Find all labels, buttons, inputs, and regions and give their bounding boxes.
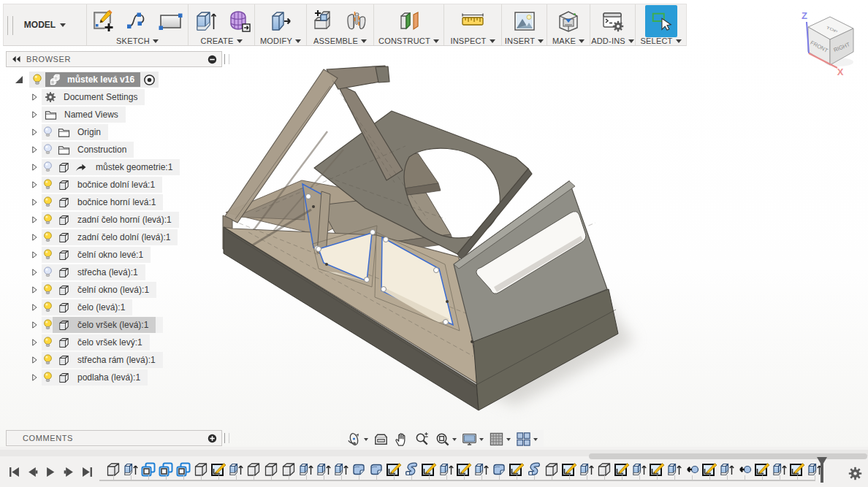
- collapsed-triangle-icon[interactable]: [30, 338, 39, 347]
- toolbar-group-label-construct[interactable]: CONSTRUCT: [378, 37, 439, 45]
- toolbar-group-construct[interactable]: CONSTRUCT: [374, 4, 444, 45]
- browser-tree-item[interactable]: střecha (levá):1: [6, 264, 225, 281]
- toolbar-group-label-modify[interactable]: MODIFY: [260, 37, 301, 45]
- collapsed-triangle-icon[interactable]: [30, 145, 39, 154]
- nav-viewports-button[interactable]: [516, 432, 538, 447]
- toolbar-group-select[interactable]: SELECT: [636, 4, 686, 45]
- browser-tree-item[interactable]: čelo vršek levý:1: [6, 334, 225, 351]
- browser-tree-item[interactable]: čelní okno (levá):1: [6, 281, 225, 299]
- toolbar-group-label-create[interactable]: CREATE: [200, 37, 242, 45]
- visibility-bulb-icon[interactable]: [43, 318, 53, 331]
- collapsed-triangle-icon[interactable]: [30, 110, 39, 119]
- select-active-tile[interactable]: [645, 5, 677, 37]
- root-component-chip[interactable]: můstek levá v16: [45, 72, 140, 87]
- browser-resize-grip[interactable]: [224, 54, 229, 64]
- browser-root-row[interactable]: můstek levá v16: [6, 71, 225, 88]
- view-cube[interactable]: TOP FRONT RIGHT Z X: [789, 4, 868, 85]
- model-workspace-dropdown[interactable]: MODEL: [4, 4, 87, 45]
- browser-tree-item[interactable]: podlaha (levá):1: [6, 369, 225, 386]
- collapsed-triangle-icon[interactable]: [30, 233, 39, 242]
- collapsed-triangle-icon[interactable]: [30, 250, 39, 259]
- collapsed-triangle-icon[interactable]: [30, 163, 39, 172]
- visibility-bulb-off-icon[interactable]: [43, 266, 53, 279]
- visibility-bulb-icon[interactable]: [43, 371, 53, 384]
- visibility-bulb-off-icon[interactable]: [43, 126, 53, 139]
- visibility-bulb-icon[interactable]: [43, 196, 53, 209]
- browser-tree-item[interactable]: Construction: [6, 141, 225, 158]
- collapsed-triangle-icon[interactable]: [30, 268, 39, 277]
- nav-fit-button[interactable]: [435, 432, 457, 447]
- toolbar-group-label-make[interactable]: MAKE: [552, 37, 585, 45]
- visibility-bulb-icon[interactable]: [43, 213, 53, 226]
- browser-tree-item[interactable]: zadní čelo horní (levá):1: [6, 211, 225, 229]
- toolbar-group-modify[interactable]: MODIFY: [255, 4, 307, 45]
- nav-zoom-button[interactable]: [414, 432, 430, 447]
- collapsed-triangle-icon[interactable]: [30, 215, 39, 224]
- visibility-bulb-icon[interactable]: [43, 178, 53, 191]
- visibility-bulb-off-icon[interactable]: [43, 161, 53, 174]
- browser-tree-item[interactable]: bočnice dolní levá:1: [6, 176, 225, 193]
- add-comment-icon[interactable]: [208, 434, 217, 443]
- collapsed-triangle-icon[interactable]: [30, 93, 39, 101]
- nav-look-at-button[interactable]: [373, 432, 389, 447]
- browser-tree-item[interactable]: můstek geometrie:1: [6, 158, 225, 176]
- collapsed-triangle-icon[interactable]: [30, 356, 39, 364]
- visibility-bulb-icon[interactable]: [43, 231, 53, 244]
- collapse-panel-icon[interactable]: [11, 55, 22, 63]
- toolbar-group-assemble[interactable]: ASSEMBLE: [307, 4, 374, 45]
- nav-display-settings-button[interactable]: [462, 432, 484, 447]
- browser-tree-item[interactable]: střecha rám (levá):1: [6, 351, 225, 369]
- toolbar-group-label-sketch[interactable]: SKETCH: [116, 37, 159, 45]
- collapsed-triangle-icon[interactable]: [30, 303, 39, 312]
- toolbar-group-label-addins[interactable]: ADD-INS: [591, 37, 634, 45]
- browser-tree-item[interactable]: Document Settings: [6, 88, 225, 106]
- toolbar-group-label-select[interactable]: SELECT: [641, 37, 682, 45]
- timeline-playhead[interactable]: [817, 457, 828, 486]
- toolbar-group-sketch[interactable]: SKETCH: [87, 4, 189, 45]
- browser-tree-item[interactable]: bočnice horní levá:1: [6, 193, 225, 211]
- collapsed-triangle-icon[interactable]: [30, 128, 39, 137]
- visibility-bulb-icon[interactable]: [43, 248, 53, 261]
- nav-grid-layout-button[interactable]: [489, 432, 511, 447]
- playback-step-back-button[interactable]: [27, 467, 38, 480]
- activate-component-radio[interactable]: [143, 74, 156, 86]
- collapsed-triangle-icon[interactable]: [30, 180, 39, 189]
- playback-skip-start-button[interactable]: [9, 467, 20, 480]
- playback-skip-end-button[interactable]: [82, 467, 93, 480]
- visibility-bulb-icon[interactable]: [43, 353, 53, 367]
- toolbar-group-label-inspect[interactable]: INSPECT: [450, 37, 495, 45]
- comments-resize-grip[interactable]: [224, 433, 229, 443]
- timeline-scrollbar-track[interactable]: [0, 450, 868, 456]
- collapsed-triangle-icon[interactable]: [30, 373, 39, 382]
- nav-orbit-button[interactable]: [346, 432, 368, 447]
- visibility-bulb-icon[interactable]: [43, 283, 53, 296]
- toolbar-group-addins[interactable]: ADD-INS: [590, 4, 636, 45]
- toolbar-group-create[interactable]: CREATE: [189, 4, 255, 45]
- browser-tree-item[interactable]: zadní čelo dolní (levá):1: [6, 229, 225, 246]
- browser-tree: můstek levá v16 Document SettingsNamed V…: [6, 71, 225, 386]
- toolbar-group-inspect[interactable]: INSPECT: [444, 4, 502, 45]
- toolbar-grip[interactable]: [7, 16, 13, 35]
- browser-tree-item[interactable]: Origin: [6, 123, 225, 141]
- collapsed-triangle-icon[interactable]: [30, 198, 39, 207]
- toolbar-group-label-assemble[interactable]: ASSEMBLE: [313, 37, 367, 45]
- browser-minimize-icon[interactable]: [208, 55, 217, 64]
- expand-triangle-icon[interactable]: [13, 74, 25, 85]
- playback-step-forward-button[interactable]: [64, 467, 75, 480]
- timeline-settings-gear-icon[interactable]: [848, 467, 862, 480]
- collapsed-triangle-icon[interactable]: [30, 285, 39, 294]
- collapsed-triangle-icon[interactable]: [30, 321, 39, 329]
- toolbar-group-label-insert[interactable]: INSERT: [505, 37, 544, 45]
- browser-tree-item[interactable]: čelní okno levé:1: [6, 246, 225, 264]
- visibility-bulb-icon[interactable]: [43, 336, 53, 349]
- toolbar-group-make[interactable]: MAKE: [547, 4, 590, 45]
- browser-tree-item[interactable]: čelo vršek (levá):1: [6, 316, 225, 334]
- playback-play-button[interactable]: [45, 467, 56, 480]
- browser-tree-item[interactable]: Named Views: [6, 106, 225, 123]
- toolbar-group-insert[interactable]: INSERT: [502, 4, 547, 45]
- visibility-bulb-icon[interactable]: [43, 301, 53, 314]
- visibility-bulb-icon[interactable]: [32, 73, 42, 87]
- browser-tree-item[interactable]: čelo (levá):1: [6, 299, 225, 316]
- nav-pan-button[interactable]: [394, 432, 409, 447]
- visibility-bulb-off-icon[interactable]: [43, 143, 53, 156]
